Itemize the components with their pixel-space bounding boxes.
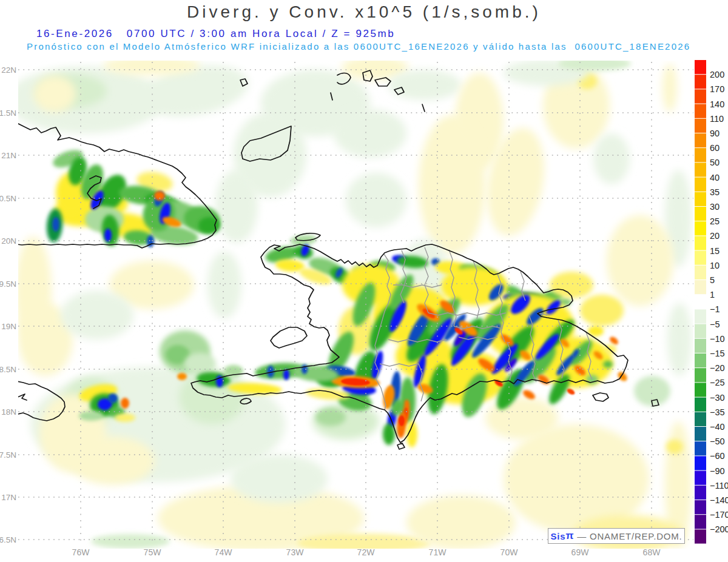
field-patch [70,437,155,485]
field-blob [108,393,118,403]
colorbar-label: −140 [710,495,728,505]
colorbar-label: −10 [710,334,725,344]
lat-tick-label: 20N [1,236,16,246]
forecast-map: 22N1.5N21N0.5N20N9.5N19N8.5N18N7.5N17N6.… [0,0,728,562]
colorbar-label: −15 [710,349,725,358]
colorbar-segment [695,192,706,206]
field-patch [593,133,630,184]
lat-tick-label: 8.5N [0,365,16,374]
colorbar-segment [695,339,706,353]
colorbar-segment [695,383,706,396]
field-blob [302,364,308,374]
lat-tick-label: 7.5N [0,450,16,460]
field-patch [346,173,406,227]
colorbar-segment [695,266,706,279]
lon-tick-label: 74W [215,547,233,557]
lon-tick-label: 69W [571,547,590,557]
field-patch [33,76,76,112]
field-patch [666,440,683,454]
colorbar-segment [695,236,706,250]
coastline [18,394,27,400]
colorbar-label: 140 [710,99,724,109]
field-blob [399,415,405,426]
lat-tick-label: 18N [1,407,16,416]
colorbar-segment [695,398,706,412]
lat-tick-label: 0.5N [0,194,16,203]
lon-tick-label: 70W [500,547,519,557]
colorbar-label: 60 [710,143,720,153]
colorbar-label: 30 [710,202,720,212]
field-patch [662,64,677,112]
colorbar-label: −40 [710,422,725,432]
colorbar-label: 1 [710,290,715,299]
field-blob [198,217,220,234]
colorbar-legend: 2001701401109060504035302520151051−1−5−1… [695,60,728,544]
colorbar-segment [695,500,706,514]
colorbar-label: 35 [710,187,720,197]
field-patch [558,56,631,71]
colorbar-segment [695,529,706,543]
colorbar-label: −50 [710,437,725,446]
colorbar-label: −170 [710,510,728,520]
field-patch [61,291,133,340]
field-blob [79,411,103,421]
colorbar-segment [695,148,706,162]
colorbar-segment [695,324,706,338]
lat-tick-label: 1.5N [0,109,16,118]
colorbar-segment [695,412,706,426]
field-blob [283,369,289,380]
colorbar-segment [695,162,706,176]
field-blob [121,398,129,409]
field-blob [104,229,112,242]
lat-tick-label: 22N [1,65,16,75]
colorbar-label: 90 [710,129,720,138]
field-patch [419,115,485,255]
colorbar-label: 170 [710,84,724,94]
colorbar-segment [695,75,706,89]
colorbar-label: −5 [710,319,720,329]
colorbar-label: 5 [710,275,715,285]
colorbar-segment [695,119,706,133]
field-patch [667,303,692,376]
colorbar-label: −110 [710,481,728,490]
lon-tick-label: 76W [72,547,90,557]
lon-tick-label: 72W [357,547,376,557]
colorbar-segment [695,456,706,470]
field-patch [91,534,170,549]
field-blob [224,365,243,377]
colorbar-segment [695,280,706,294]
watermark-box: Sisπ — ONAMET/REP.DOM. [548,528,685,544]
colorbar-segment [695,309,706,323]
field-patch [334,109,406,158]
colorbar-segment [695,178,706,192]
colorbar-segment [695,353,706,367]
field-patch [315,408,346,426]
colorbar-segment [695,515,706,529]
colorbar-segment [695,60,706,74]
colorbar-label: −1 [710,304,720,314]
coastline [422,104,425,112]
colorbar-segment [695,89,706,103]
field-blob [115,413,135,422]
colorbar-segment [695,251,706,265]
lat-tick-label: 19N [1,322,16,331]
colorbar-label: −35 [710,407,725,417]
field-patch [184,353,216,375]
pi-icon: π [565,530,574,542]
colorbar-label: −200 [710,524,728,534]
field-blob [580,295,624,326]
lon-tick-label: 75W [144,547,162,557]
field-patch [207,252,241,318]
field-patch [231,455,328,503]
field-blob [603,361,613,368]
lon-tick-label: 71W [429,547,447,557]
colorbar-segment [695,207,706,221]
field-blob [52,217,59,232]
colorbar-label: −90 [710,466,725,476]
colorbar-label: 40 [710,173,720,182]
colorbar-segment [695,441,706,455]
field-blob [177,373,187,380]
weather-map-page: Diverg. y Conv. x10^5 (1/s,somb.) 16-Ene… [0,0,728,562]
coastline [397,443,405,449]
colorbar-label: −25 [710,378,725,387]
